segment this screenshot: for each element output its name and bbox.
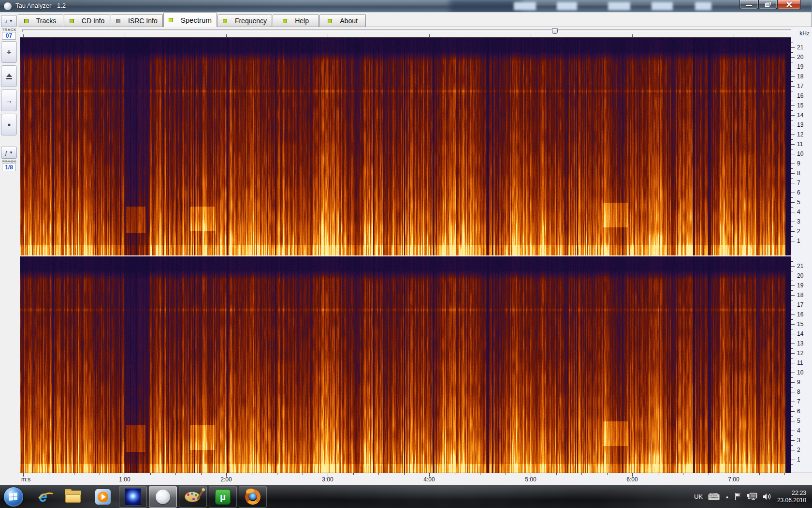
freq-minor-tick [791, 197, 793, 198]
time-tick-label: m:s [21, 476, 36, 483]
track-select-dropdown[interactable]: ♪ ▼ [1, 15, 17, 27]
tab-label: Tracks [36, 17, 56, 25]
tab-led-icon [116, 19, 120, 23]
eject-button[interactable] [1, 65, 17, 87]
show-hidden-icons-button[interactable]: ▲ [725, 494, 729, 499]
freq-tick-label: 21 [797, 263, 810, 269]
time-minor-tick [556, 473, 557, 475]
freq-minor-tick [791, 120, 793, 120]
freq-tick-label: 19 [797, 282, 810, 289]
tab-bar: Tracks CD Info ISRC Info Spectrum Freque… [0, 13, 812, 27]
restore-button[interactable] [758, 0, 777, 9]
tray-time: 22:23 [777, 490, 806, 497]
freq-tick-label: 16 [797, 92, 810, 99]
plus-icon: + [7, 47, 12, 57]
freq-minor-tick [791, 290, 793, 291]
freq-minor-tick [791, 52, 793, 53]
freq-major-tick [791, 183, 795, 183]
sidebar: ♪ ▼ TRACK 07 + → ■ ƒ ▼ TRACK 1/8 [0, 13, 18, 485]
tab-help[interactable]: Help [273, 15, 319, 27]
freq-minor-tick [791, 426, 793, 426]
freq-major-tick [791, 440, 795, 441]
freq-minor-tick [791, 397, 793, 397]
freq-major-tick [791, 164, 795, 164]
freq-tick-label: 20 [797, 54, 810, 60]
freq-tick-label: 4 [797, 427, 810, 434]
tab-led-icon [283, 19, 287, 23]
tab-label: Spectrum [181, 16, 212, 24]
taskbar-media-player-button[interactable] [89, 486, 117, 508]
freq-tick-label: 6 [797, 408, 810, 415]
time-minor-tick [607, 473, 608, 475]
taskbar-windows-explorer-button[interactable] [59, 486, 87, 508]
freq-major-tick [791, 421, 795, 421]
time-minor-tick [506, 473, 506, 475]
minimize-icon [746, 5, 752, 6]
language-indicator[interactable]: UK [694, 493, 703, 500]
firefox-icon [245, 489, 261, 505]
freq-tick-label: 13 [797, 121, 810, 128]
tab-spectrum[interactable]: Spectrum [163, 13, 217, 27]
forward-button[interactable]: → [1, 90, 17, 111]
freq-major-tick [791, 193, 795, 193]
close-button[interactable] [777, 0, 801, 9]
tab-about[interactable]: About [319, 15, 366, 27]
action-center-flag-icon[interactable] [735, 493, 741, 501]
taskbar-utorrent-button[interactable]: µ [209, 486, 237, 508]
time-minor-tick [658, 473, 658, 475]
freq-major-tick [791, 173, 795, 174]
stop-icon: ■ [7, 122, 10, 127]
tab-isrc-info[interactable]: ISRC Info [111, 15, 163, 27]
freq-major-tick [791, 57, 795, 58]
freq-major-tick [791, 344, 795, 344]
freq-major-tick [791, 334, 795, 334]
taskbar-paint-button[interactable] [179, 486, 207, 508]
freq-minor-tick [791, 377, 793, 378]
minimize-button[interactable] [740, 0, 758, 9]
clock[interactable]: 22:23 23.06.2010 [777, 490, 806, 504]
freq-major-tick [791, 382, 795, 383]
freq-tick-label: 14 [797, 330, 810, 337]
freq-minor-tick [791, 226, 793, 227]
tab-led-icon [328, 19, 332, 23]
position-slider-track[interactable] [22, 30, 810, 32]
freq-tick-label: 1 [797, 238, 810, 244]
taskbar-firefox-button[interactable] [239, 486, 267, 508]
speaker-icon[interactable] [763, 493, 772, 501]
freq-tick-label: 18 [797, 73, 810, 80]
freq-tick-label: 19 [797, 63, 810, 70]
freq-major-tick [791, 212, 795, 212]
time-minor-tick [784, 473, 785, 475]
freq-major-tick [791, 450, 795, 450]
tab-tracks[interactable]: Tracks [17, 15, 63, 27]
tab-cd-info[interactable]: CD Info [64, 15, 110, 27]
tray-date: 23.06.2010 [777, 497, 806, 504]
freq-minor-tick [791, 139, 793, 140]
chevron-down-icon: ▼ [9, 150, 13, 155]
add-button[interactable]: + [1, 41, 17, 63]
keyboard-icon[interactable] [708, 493, 720, 500]
freq-major-tick [791, 241, 795, 241]
freq-minor-tick [791, 168, 793, 169]
time-minor-tick [100, 473, 100, 475]
window-title: Tau Analyzer - 1.2 [15, 2, 66, 9]
time-minor-tick [303, 473, 303, 475]
tab-frequency[interactable]: Frequency [218, 15, 272, 27]
time-minor-tick [480, 473, 480, 475]
freq-major-tick [791, 86, 795, 87]
scale-select-dropdown[interactable]: ƒ ▼ [1, 147, 17, 159]
taskbar-internet-explorer-button[interactable]: e [29, 486, 57, 508]
start-button[interactable] [4, 487, 23, 507]
taskbar-flare-app-button[interactable] [119, 486, 147, 508]
freq-tick-label: 9 [797, 160, 810, 167]
function-icon: ƒ [5, 150, 8, 156]
time-minor-tick [378, 473, 379, 475]
position-slider-thumb[interactable] [552, 28, 558, 34]
stop-button[interactable]: ■ [1, 114, 17, 135]
track-label: TRACK [0, 28, 18, 32]
network-icon[interactable] [747, 493, 757, 501]
titlebar[interactable]: Tau Analyzer - 1.2 [0, 0, 812, 13]
freq-tick-label: 8 [797, 170, 810, 177]
freq-minor-tick [791, 207, 793, 208]
taskbar-tau-analyzer-button[interactable] [149, 486, 177, 508]
